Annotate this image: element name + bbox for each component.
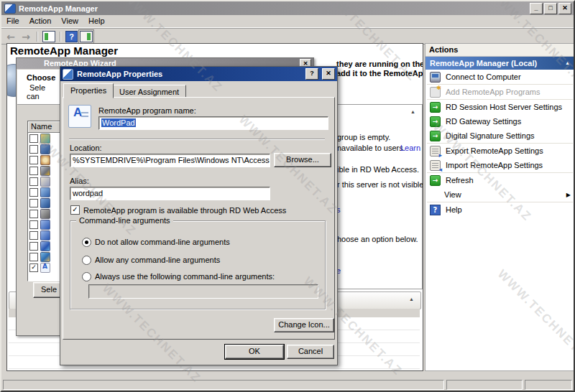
location-input[interactable]: %SYSTEMDRIVE%\Program Files\Windows NT\A… [70, 154, 270, 167]
wordpad-app-icon [40, 263, 50, 273]
overview-panel: ▲ [336, 104, 423, 289]
import-remoteapp-icon [430, 160, 441, 171]
program-checkbox[interactable] [29, 145, 38, 154]
radio-always-args[interactable] [82, 272, 91, 281]
action-label: Add RemoteApp Programs [446, 88, 540, 96]
action-refresh[interactable]: → Refresh [426, 173, 574, 187]
remoteapp-manager-window: RemoteApp Manager _ □ ✕ File Action View… [0, 0, 575, 392]
toolbar-separator [60, 32, 61, 42]
program-checkbox[interactable] [29, 167, 38, 175]
action-pane-toggle-icon[interactable] [80, 31, 93, 42]
close-button[interactable]: ✕ [558, 3, 571, 14]
status-segment [446, 380, 523, 390]
dialog-close-icon[interactable]: ✕ [322, 68, 335, 80]
office-app-icon [40, 241, 50, 251]
web-access-checkbox[interactable]: ✓ [70, 205, 80, 215]
change-icon-button[interactable]: Change Icon... [274, 318, 334, 332]
program-checkbox[interactable] [29, 253, 38, 261]
minimize-button[interactable]: _ [530, 3, 543, 14]
connect-computer-icon [430, 72, 441, 83]
radio-any-args-label: Allow any command-line arguments [95, 256, 220, 264]
wizard-heading-fragment: Choose [27, 73, 55, 82]
command-line-legend: Command-line arguments [76, 216, 173, 225]
paint-app-icon [40, 134, 50, 144]
toolbar-separator [37, 32, 38, 42]
program-checkbox[interactable] [29, 188, 38, 197]
menu-help[interactable]: Help [83, 15, 110, 27]
radio-always-args-label: Always use the following command-line ar… [95, 272, 275, 281]
menu-action[interactable]: Action [24, 15, 57, 27]
program-checkbox[interactable] [29, 199, 38, 207]
program-checkbox[interactable] [29, 177, 38, 186]
alias-input[interactable]: wordpad [70, 187, 270, 200]
browse-button[interactable]: Browse... [274, 153, 331, 167]
action-label: Import RemoteApp Settings [446, 161, 543, 169]
status-bar [1, 378, 574, 391]
program-checkbox[interactable] [29, 156, 38, 164]
divider [69, 139, 325, 140]
program-checkbox[interactable] [29, 231, 38, 240]
actions-pane: Actions RemoteApp Manager (Local) ▲ Conn… [425, 43, 575, 371]
properties-titlebar[interactable]: RemoteApp Properties ? ✕ [60, 67, 337, 81]
action-add-remoteapp-programs: Add RemoteApp Programs [426, 85, 574, 99]
radio-any-args[interactable] [82, 256, 91, 265]
program-name-input[interactable]: WordPad [98, 116, 328, 130]
action-import-remoteapp-settings[interactable]: Import RemoteApp Settings [426, 158, 574, 172]
radio-no-args[interactable] [82, 238, 91, 247]
collapse-icon[interactable]: ▲ [408, 107, 418, 116]
dialog-help-icon[interactable]: ? [305, 68, 318, 80]
toolbar: ← → ? [1, 28, 574, 45]
program-checkbox[interactable]: ✓ [29, 263, 38, 272]
program-name-label: RemoteApp program name: [98, 106, 196, 115]
action-help[interactable]: ? Help [426, 202, 574, 217]
wordpad-program-icon [68, 105, 91, 128]
page-title: RemoteApp Manager [10, 45, 118, 57]
action-view[interactable]: View ▶ [426, 187, 574, 202]
program-checkbox[interactable] [29, 134, 38, 143]
program-checkbox[interactable] [29, 210, 38, 218]
alias-label: Alias: [70, 177, 89, 185]
action-connect-to-computer[interactable]: Connect to Computer [426, 70, 574, 84]
toolbar-help-icon[interactable]: ? [65, 31, 78, 42]
status-segment [3, 380, 444, 390]
overview-text-fragment: navailable to users. [337, 144, 405, 152]
green-arrow-icon: → [430, 102, 441, 113]
overview-text-fragment: r this server is not visible [337, 180, 423, 189]
menu-file[interactable]: File [1, 15, 24, 27]
cancel-button[interactable]: Cancel [287, 345, 334, 359]
action-digital-signature-settings[interactable]: → Digital Signature Settings [426, 129, 574, 143]
command-line-groupbox: Command-line arguments Do not allow comm… [70, 220, 326, 309]
office-app-icon [40, 230, 50, 241]
window-titlebar[interactable]: RemoteApp Manager _ □ ✕ [1, 1, 574, 15]
action-label: Export RemoteApp Settings [446, 146, 543, 155]
action-label: Digital Signature Settings [446, 131, 535, 140]
menu-view[interactable]: View [56, 15, 83, 27]
action-rd-session-host-settings[interactable]: → RD Session Host Server Settings [426, 100, 574, 114]
collapse-icon[interactable]: ▲ [406, 294, 417, 304]
wizard-text-fragment: can [27, 92, 40, 101]
actions-section-header[interactable]: RemoteApp Manager (Local) ▲ [426, 57, 574, 70]
overview-description-fragment: they are running on the [336, 60, 423, 68]
ok-button[interactable]: OK [225, 345, 284, 359]
media-app-icon [40, 155, 50, 165]
back-icon[interactable]: ← [4, 31, 17, 42]
keyboard-app-icon [40, 209, 50, 219]
wizard-text-fragment: Sele [29, 83, 45, 92]
action-rd-gateway-settings[interactable]: → RD Gateway Settings [426, 114, 574, 129]
learn-link[interactable]: Learn [400, 144, 420, 152]
program-checkbox[interactable] [29, 220, 38, 229]
tab-properties[interactable]: Properties [63, 83, 114, 98]
overview-description-fragment: add it to the RemoteApp [336, 69, 423, 78]
maximize-button[interactable]: □ [544, 3, 557, 14]
remoteapp-properties-dialog: RemoteApp Properties ? ✕ Properties User… [60, 66, 338, 365]
status-segment [525, 380, 572, 390]
submenu-arrow-icon: ▶ [566, 192, 571, 198]
action-export-remoteapp-settings[interactable]: Export RemoteApp Settings [426, 144, 574, 158]
forward-icon[interactable]: → [19, 31, 32, 42]
action-label: View [444, 190, 461, 199]
help-icon: ? [430, 205, 441, 215]
program-checkbox[interactable] [29, 242, 38, 251]
console-tree-icon[interactable] [42, 31, 55, 42]
menu-bar: File Action View Help [1, 15, 574, 28]
collapse-icon[interactable]: ▲ [565, 57, 570, 70]
